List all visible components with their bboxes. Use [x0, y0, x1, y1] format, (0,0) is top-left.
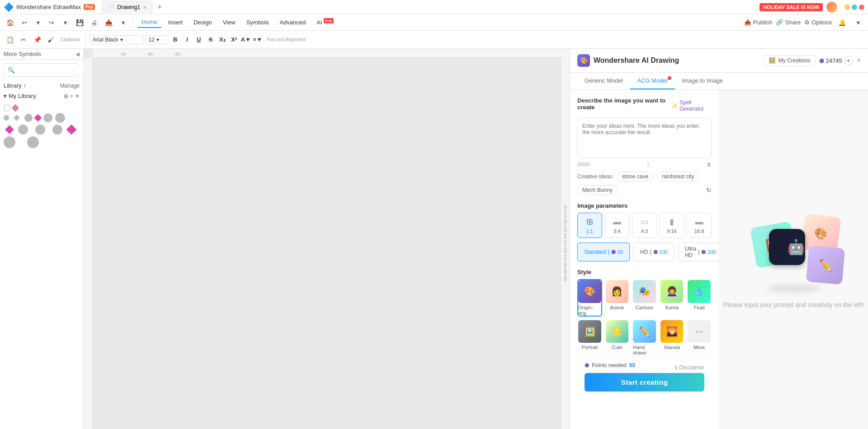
holiday-sale-button[interactable]: HOLIDAY SALE IS NOW: [760, 3, 823, 11]
subscript-button[interactable]: X₂: [217, 34, 228, 45]
print-button[interactable]: 🖨: [88, 16, 100, 29]
start-creating-button[interactable]: Start creating: [585, 373, 704, 392]
italic-button[interactable]: I: [182, 34, 193, 45]
format-painter[interactable]: 🖌: [44, 33, 57, 46]
idea-mech-bunny[interactable]: Mech Bunny: [577, 185, 618, 195]
style-korea[interactable]: 👩‍🦱 Korea: [660, 279, 684, 317]
redo-button[interactable]: ↪: [45, 16, 58, 29]
style-xianxia[interactable]: 🌄 Xianxia: [660, 319, 684, 357]
publish-button[interactable]: 📤 Publish: [744, 19, 773, 26]
idea-stone-cave[interactable]: stone cave: [617, 172, 653, 182]
clear-textarea-button[interactable]: 🗑: [707, 162, 712, 167]
redo-dropdown[interactable]: ▾: [59, 16, 71, 29]
export-button[interactable]: 📤: [102, 16, 115, 29]
prompt-textarea[interactable]: [577, 118, 712, 159]
copy-button[interactable]: 📋: [4, 33, 16, 46]
home-icon[interactable]: 🏠: [4, 16, 16, 29]
idea-rainforest[interactable]: rainforest city: [657, 172, 699, 182]
cut-button[interactable]: ✂: [17, 33, 30, 46]
save-button[interactable]: 💾: [73, 16, 86, 29]
export-dropdown[interactable]: ▾: [117, 16, 129, 29]
close-button[interactable]: [859, 5, 864, 10]
ratio-4-3[interactable]: ▭ 4:3: [632, 213, 657, 238]
circle-a[interactable]: [18, 125, 28, 135]
my-library-header: ▾ My Library ⊞ + ✕: [0, 91, 83, 101]
font-size-selector[interactable]: 12 ▾: [146, 35, 168, 44]
drawing-tab[interactable]: 📄 Drawing1 ✕: [102, 1, 153, 14]
circle-xl[interactable]: [55, 113, 65, 123]
style-thumb-korea: 👩‍🦱: [660, 280, 684, 303]
creations-label: My Creations: [778, 57, 811, 64]
undo-dropdown[interactable]: ▾: [32, 16, 44, 29]
style-fluid[interactable]: 💧 Fluid: [687, 279, 712, 317]
quality-hd[interactable]: HD | ⬟ 100: [633, 242, 675, 261]
ratio-9-16[interactable]: ▮ 9:16: [660, 213, 684, 238]
menu-design[interactable]: Design: [189, 17, 216, 28]
my-creations-button[interactable]: 🖼️ My Creations: [764, 55, 816, 66]
strikethrough-button[interactable]: S: [205, 34, 216, 45]
menu-view[interactable]: View: [218, 17, 240, 28]
menu-ai[interactable]: AI true: [312, 17, 338, 28]
font-color-button[interactable]: A▼: [241, 34, 251, 45]
style-hand-drawn[interactable]: ✏️ Hand drawn: [632, 319, 657, 357]
disclaimer-button[interactable]: ℹ Disclaimer: [675, 364, 704, 371]
avatar[interactable]: [826, 2, 837, 13]
paste-button[interactable]: 📌: [31, 33, 43, 46]
menu-symbols[interactable]: Symbols: [242, 17, 274, 28]
ratio-16-9[interactable]: ▬ 16:9: [687, 213, 712, 238]
expand-button[interactable]: ▾: [852, 16, 864, 29]
quality-ultra-hd[interactable]: Ultra HD | ⬟ 200: [678, 242, 719, 261]
quality-standard[interactable]: Standard | ⬟ 50: [577, 242, 630, 261]
notification-button[interactable]: 🔔: [835, 16, 848, 29]
circle-sm[interactable]: [4, 115, 9, 121]
manage-button[interactable]: Manage: [60, 83, 80, 89]
superscript-button[interactable]: X²: [229, 34, 240, 45]
ratio-1-1[interactable]: ⊞ 1:1: [577, 213, 602, 238]
tab-close-icon[interactable]: ✕: [143, 5, 146, 10]
shape-item[interactable]: [4, 105, 10, 111]
style-cartoon[interactable]: 🎭 Cartoon: [632, 279, 657, 317]
menu-insert[interactable]: Insert: [164, 17, 188, 28]
spell-generator-button[interactable]: ✨ Spell Generator: [671, 99, 712, 112]
circle-lg[interactable]: [43, 113, 52, 122]
style-more[interactable]: ··· More: [687, 319, 712, 357]
font-size: 12: [149, 37, 155, 43]
add-library-button[interactable]: +: [70, 93, 73, 99]
underline-button[interactable]: U: [193, 34, 204, 45]
bold-button[interactable]: B: [170, 34, 181, 45]
collapse-button[interactable]: ◀: [75, 51, 80, 57]
undo-button[interactable]: ↩: [18, 16, 31, 29]
tab-image-to-image[interactable]: Image to Image: [675, 73, 730, 89]
add-points-button[interactable]: +: [844, 56, 853, 65]
circle-e[interactable]: [4, 136, 15, 148]
wand-icon: ✨: [671, 103, 678, 109]
paragraph-button[interactable]: ≡▼: [252, 34, 263, 45]
my-library-title[interactable]: ▾ My Library: [4, 93, 36, 99]
close-library-button[interactable]: ✕: [75, 93, 80, 99]
new-tab-button[interactable]: ＋: [154, 2, 165, 13]
font-selector[interactable]: Arial Black ▾: [90, 35, 144, 44]
minimize-button[interactable]: [844, 5, 850, 10]
close-panel-button[interactable]: ×: [857, 56, 861, 65]
refresh-ideas-button[interactable]: ↻: [706, 187, 712, 194]
style-cute[interactable]: 🌟 Cute: [605, 319, 630, 357]
menu-advanced[interactable]: Advanced: [275, 17, 310, 28]
circle-f[interactable]: [27, 136, 39, 148]
style-portrait[interactable]: 🖼️ Portrait: [577, 319, 602, 357]
restore-button[interactable]: [852, 5, 857, 10]
style-anime[interactable]: 👩 Anime: [605, 279, 630, 317]
circle-b[interactable]: [35, 125, 45, 135]
menu-home[interactable]: Home: [137, 17, 162, 28]
ai-title-icon: 🎨: [577, 54, 590, 67]
grid-view-button[interactable]: ⊞: [64, 93, 68, 99]
tab-generic-model[interactable]: Generic Model: [577, 73, 630, 89]
circle-c[interactable]: [52, 125, 62, 135]
library-title[interactable]: Library ↑: [4, 82, 26, 89]
share-button[interactable]: 🔗 Share: [776, 19, 801, 26]
circle-md[interactable]: [24, 114, 33, 122]
ratio-3-4[interactable]: ▬ 3:4: [605, 213, 630, 238]
style-origin-acg[interactable]: 🎨 Origin-acg: [577, 279, 602, 317]
tab-acg-model[interactable]: ACG Model: [630, 73, 675, 89]
options-button[interactable]: ⚙ Options: [804, 19, 832, 26]
search-input[interactable]: [17, 67, 85, 73]
